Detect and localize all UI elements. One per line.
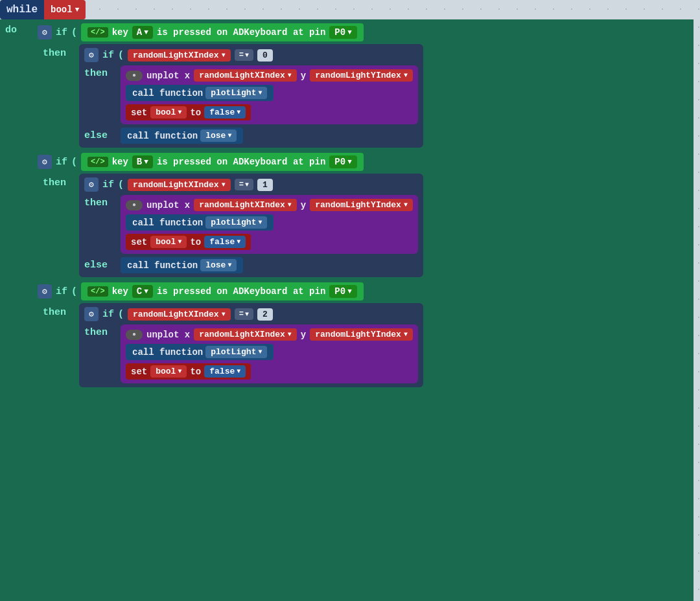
key-value-chip-b[interactable]: B ▼	[132, 155, 153, 168]
to-label-b: to	[190, 237, 201, 247]
val-chip-b1: 1	[257, 179, 273, 191]
var-chip-a1[interactable]: randomLightXIndex ▼	[128, 49, 231, 62]
func-chip-c[interactable]: plotLight ▼	[205, 346, 267, 358]
if-label-1: if	[56, 27, 67, 38]
lose-chip-b[interactable]: lose ▼	[200, 259, 237, 271]
inner-if-label-1: if	[102, 50, 114, 61]
inner-then-label-1: then	[84, 68, 117, 79]
call-func-a[interactable]: call function plotLight ▼	[126, 85, 274, 101]
bool-var-chip-c[interactable]: bool ▼	[150, 365, 187, 378]
while-bool-dropdown[interactable]: ▼	[75, 6, 80, 14]
unplot-text-a: unplot x	[146, 71, 190, 81]
while-bool-label: bool	[51, 5, 73, 15]
inner-then-label-3: then	[84, 327, 117, 338]
set-block-c: set bool ▼ to false ▼	[126, 363, 251, 380]
else-label-1: else	[84, 130, 117, 141]
gear-icon-1b[interactable]: ⚙	[84, 48, 99, 62]
then-label-3: then	[43, 307, 75, 318]
y-var-chip-b[interactable]: randomLightYIndex ▼	[310, 199, 413, 211]
set-block-b: set bool ▼ to false ▼	[126, 234, 251, 250]
if-label-2: if	[56, 157, 67, 168]
y-var-chip-a[interactable]: randomLightYIndex ▼	[310, 69, 413, 82]
while-label: while	[6, 4, 38, 16]
unplot-text-b: unplot x	[146, 200, 190, 210]
x-var-chip-a[interactable]: randomLightXIndex ▼	[194, 69, 297, 82]
block-b: ⚙ if ( </> key B ▼ is pressed on ADKeybo…	[38, 153, 688, 277]
gear-icon-3b[interactable]: ⚙	[84, 307, 99, 321]
toggle-icon-a1[interactable]: ●	[126, 71, 143, 81]
key-text-2: key	[112, 157, 128, 167]
gear-icon-3[interactable]: ⚙	[38, 284, 52, 299]
code-icon-2: </>	[88, 157, 108, 167]
if-condition-b: </> key B ▼ is pressed on ADKeyboard at …	[81, 153, 364, 171]
var-chip-c1[interactable]: randomLightXIndex ▼	[128, 308, 231, 321]
op-chip-b1[interactable]: = ▼	[235, 179, 253, 190]
lose-chip-a[interactable]: lose ▼	[200, 130, 237, 142]
x-var-chip-b[interactable]: randomLightXIndex ▼	[194, 199, 297, 211]
inner-then-content-c: ● unplot x randomLightXIndex ▼ y randomL…	[121, 324, 418, 383]
false-chip-a[interactable]: false ▼	[204, 106, 246, 119]
gear-icon-2[interactable]: ⚙	[38, 155, 52, 169]
var-chip-b1[interactable]: randomLightXIndex ▼	[128, 179, 231, 191]
false-chip-b[interactable]: false ▼	[204, 236, 246, 248]
key-value-chip-a[interactable]: A ▼	[132, 26, 153, 39]
inner-then-content-b: ● unplot x randomLightXIndex ▼ y randomL…	[121, 195, 418, 254]
inner-if-c: ⚙ if ( randomLightXIndex ▼ = ▼	[79, 303, 423, 387]
gear-icon-1[interactable]: ⚙	[38, 25, 52, 40]
unplot-text-c: unplot x	[146, 330, 190, 340]
toggle-icon-c1[interactable]: ●	[126, 330, 143, 340]
gear-icon-2b[interactable]: ⚙	[84, 177, 99, 192]
to-label-a: to	[190, 108, 201, 118]
key-text-1: key	[112, 27, 128, 38]
func-chip-a[interactable]: plotLight ▼	[205, 87, 267, 99]
if-condition-a: </> key A ▼ is pressed on ADKeyboard at …	[81, 23, 364, 41]
while-bool-chip[interactable]: bool ▼	[44, 0, 86, 19]
do-bar: do	[0, 19, 32, 601]
op-chip-a1[interactable]: = ▼	[235, 49, 253, 61]
key-text-3: key	[112, 286, 128, 297]
func-chip-b[interactable]: plotLight ▼	[205, 216, 267, 229]
to-label-c: to	[190, 367, 201, 377]
block-a: ⚙ if ( </> key A ▼ is pressed on ADKeybo…	[38, 23, 688, 148]
code-icon-3: </>	[88, 286, 108, 297]
if-condition-c: </> key C ▼ is pressed on ADKeyboard at …	[81, 282, 364, 300]
pin-chip-c[interactable]: P0 ▼	[329, 285, 356, 298]
bool-var-chip-b[interactable]: bool ▼	[150, 236, 187, 248]
y-var-chip-c[interactable]: randomLightYIndex ▼	[310, 328, 413, 341]
else-label-2: else	[84, 260, 117, 271]
op-chip-c1[interactable]: = ▼	[235, 308, 253, 320]
inner-if-a: ⚙ if ( randomLightXIndex ▼ = ▼	[79, 44, 423, 148]
val-chip-a1: 0	[257, 49, 273, 62]
set-block-a: set bool ▼ to false ▼	[126, 104, 251, 120]
bool-var-chip-a[interactable]: bool ▼	[150, 106, 187, 119]
false-chip-c[interactable]: false ▼	[204, 365, 246, 378]
if-label-3: if	[56, 286, 67, 297]
call-lose-a[interactable]: call function lose ▼	[121, 128, 243, 144]
inner-then-content-a: ● unplot x randomLightXIndex ▼ y randomL…	[121, 65, 418, 124]
call-func-b[interactable]: call function plotLight ▼	[126, 214, 274, 231]
pressed-text-2: is pressed on ADKeyboard at pin	[157, 157, 325, 167]
key-value-chip-c[interactable]: C ▼	[132, 285, 153, 298]
then-label-1: then	[43, 48, 75, 59]
call-func-c[interactable]: call function plotLight ▼	[126, 344, 274, 360]
inner-then-label-2: then	[84, 198, 117, 209]
val-chip-c1: 2	[257, 308, 273, 321]
pressed-text-1: is pressed on ADKeyboard at pin	[157, 27, 325, 38]
x-var-chip-c[interactable]: randomLightXIndex ▼	[194, 328, 297, 341]
toggle-icon-b1[interactable]: ●	[126, 200, 143, 210]
pressed-text-3: is pressed on ADKeyboard at pin	[157, 286, 325, 297]
inner-if-b: ⚙ if ( randomLightXIndex ▼ = ▼	[79, 174, 423, 277]
block-c: ⚙ if ( </> key C ▼ is pressed on ADKeybo…	[38, 282, 688, 387]
call-lose-b[interactable]: call function lose ▼	[121, 257, 243, 273]
code-icon-1: </>	[88, 27, 108, 38]
do-label: do	[0, 25, 17, 36]
pin-chip-b[interactable]: P0 ▼	[329, 155, 356, 168]
while-block: while	[0, 0, 44, 19]
pin-chip-a[interactable]: P0 ▼	[329, 26, 356, 39]
then-label-2: then	[43, 177, 75, 188]
